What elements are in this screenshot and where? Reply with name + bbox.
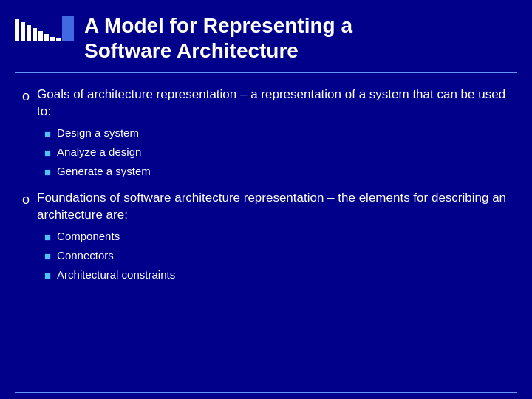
logo-bar-6 — [44, 34, 49, 41]
sub-text-6: Architectural constraints — [57, 267, 175, 282]
sub-text-5: Connectors — [57, 248, 114, 263]
bullet-1: o Goals of architecture representation –… — [22, 86, 510, 183]
bullet-2-content: Foundations of software architecture rep… — [37, 190, 510, 286]
bottom-divider — [15, 392, 517, 393]
sub-item-3: ■ Generate a system — [44, 163, 510, 180]
logo-accent — [62, 16, 74, 41]
sub-item-2: ■ Analyze a design — [44, 144, 510, 160]
sub-text-4: Components — [57, 228, 120, 244]
logo-bar-2 — [21, 22, 25, 41]
sub-item-5: ■ Connectors — [44, 248, 510, 264]
slide-header: A Model for Representing a Software Arch… — [0, 0, 532, 72]
slide-title: A Model for Representing a Software Arch… — [84, 13, 517, 63]
bullet-1-sublist: ■ Design a system ■ Analyze a design ■ G… — [44, 125, 510, 180]
bullet-2-text: Foundations of software architecture rep… — [37, 191, 506, 222]
logo — [15, 16, 74, 41]
bullet-2-sublist: ■ Components ■ Connectors ■ Architectura… — [44, 228, 510, 283]
bullet-1-text: Goals of architecture representation – a… — [37, 87, 505, 118]
title-block: A Model for Representing a Software Arch… — [84, 13, 517, 63]
sub-text-1: Design a system — [57, 125, 139, 140]
sub-item-1: ■ Design a system — [44, 125, 510, 141]
title-line1: A Model for Representing a — [84, 14, 352, 37]
sub-bullet-2: ■ — [44, 145, 51, 160]
logo-bar-7 — [50, 37, 55, 41]
sub-item-4: ■ Components — [44, 228, 510, 245]
logo-bar-4 — [33, 28, 37, 41]
logo-bar-8 — [56, 38, 61, 41]
sub-bullet-4: ■ — [44, 229, 51, 245]
sub-bullet-5: ■ — [44, 248, 51, 264]
slide-content: o Goals of architecture representation –… — [0, 73, 532, 387]
bullet-1-marker: o — [22, 88, 30, 105]
logo-bar-5 — [38, 31, 43, 41]
sub-text-2: Analyze a design — [57, 144, 141, 160]
bullet-1-content: Goals of architecture representation – a… — [37, 86, 510, 183]
sub-bullet-3: ■ — [44, 164, 51, 180]
logo-bar-3 — [27, 25, 31, 41]
sub-item-6: ■ Architectural constraints — [44, 267, 510, 283]
slide: A Model for Representing a Software Arch… — [0, 0, 532, 399]
logo-bar-1 — [15, 19, 19, 41]
sub-bullet-1: ■ — [44, 126, 51, 141]
bullet-2: o Foundations of software architecture r… — [22, 190, 510, 286]
title-line2: Software Architecture — [84, 39, 299, 62]
bullet-2-marker: o — [22, 191, 30, 208]
sub-text-3: Generate a system — [57, 163, 151, 179]
sub-bullet-6: ■ — [44, 267, 51, 283]
